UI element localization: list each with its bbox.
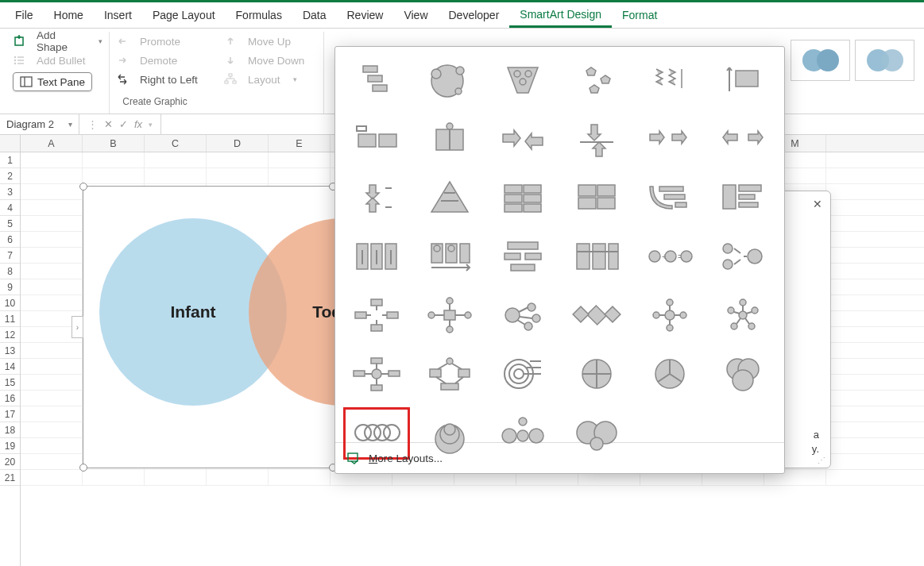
tab-view[interactable]: View bbox=[393, 4, 438, 26]
column-header[interactable]: A bbox=[21, 135, 83, 152]
select-all-corner[interactable] bbox=[0, 135, 20, 152]
group-shape: Add Shape ▾ Add Bullet Text Pane bbox=[6, 32, 110, 114]
row-header[interactable]: 14 bbox=[0, 359, 20, 375]
row-header[interactable]: 12 bbox=[0, 327, 20, 343]
layout-item[interactable] bbox=[416, 172, 483, 225]
row-header[interactable]: 17 bbox=[0, 406, 20, 422]
enter-icon[interactable]: ✓ bbox=[119, 118, 128, 130]
layout-item[interactable] bbox=[343, 114, 410, 166]
layout-item[interactable] bbox=[563, 114, 629, 166]
layout-item[interactable] bbox=[343, 55, 410, 107]
layout-item[interactable] bbox=[709, 114, 776, 166]
layout-item[interactable] bbox=[709, 348, 776, 401]
tab-page-layout[interactable]: Page Layout bbox=[142, 4, 226, 26]
layout-item[interactable] bbox=[709, 231, 776, 283]
add-shape-button[interactable]: Add Shape ▾ bbox=[13, 32, 102, 51]
layout-item[interactable] bbox=[563, 348, 629, 401]
layout-item[interactable] bbox=[416, 290, 483, 342]
tab-review[interactable]: Review bbox=[337, 4, 394, 26]
resize-handle[interactable] bbox=[79, 464, 87, 472]
row-header[interactable]: 18 bbox=[0, 422, 20, 438]
layout-item[interactable] bbox=[709, 172, 776, 225]
row-header[interactable]: 3 bbox=[0, 184, 20, 200]
svg-point-15 bbox=[817, 49, 839, 71]
close-icon[interactable]: ✕ bbox=[813, 198, 822, 210]
text-pane-button[interactable]: Text Pane bbox=[13, 72, 92, 91]
cancel-icon[interactable]: ✕ bbox=[104, 118, 113, 130]
tab-data[interactable]: Data bbox=[292, 4, 337, 26]
text-pane-toggle[interactable]: › bbox=[72, 316, 83, 338]
tab-home[interactable]: Home bbox=[44, 4, 94, 26]
rtl-button[interactable]: Right to Left bbox=[116, 70, 211, 89]
column-header[interactable]: E bbox=[269, 135, 331, 152]
row-header[interactable]: 10 bbox=[0, 295, 20, 311]
chevron-down-icon[interactable]: ▾ bbox=[68, 120, 72, 129]
tab-format[interactable]: Format bbox=[612, 4, 667, 26]
row-header[interactable]: 7 bbox=[0, 248, 20, 264]
svg-rect-13 bbox=[233, 81, 236, 83]
row-header[interactable]: 16 bbox=[0, 391, 20, 406]
row-header[interactable]: 4 bbox=[0, 200, 20, 216]
layout-item[interactable] bbox=[636, 348, 703, 401]
layout-item[interactable] bbox=[489, 55, 556, 107]
layout-item[interactable] bbox=[343, 290, 410, 342]
layout-item[interactable] bbox=[563, 231, 629, 283]
column-header[interactable]: C bbox=[145, 135, 207, 152]
layout-item[interactable] bbox=[489, 231, 556, 283]
layout-item[interactable] bbox=[343, 231, 410, 283]
layout-item[interactable] bbox=[489, 348, 556, 401]
layout-item[interactable] bbox=[489, 407, 556, 460]
layout-item[interactable] bbox=[489, 290, 556, 342]
tab-insert[interactable]: Insert bbox=[94, 4, 142, 26]
row-header[interactable]: 5 bbox=[0, 216, 20, 232]
add-bullet-button: Add Bullet bbox=[13, 51, 102, 70]
fx-icon[interactable]: fx bbox=[134, 118, 142, 130]
row-header[interactable]: 13 bbox=[0, 343, 20, 359]
layout-item[interactable] bbox=[489, 114, 556, 166]
svg-point-26 bbox=[525, 71, 532, 77]
formula-menu-icon[interactable]: ⋮ bbox=[87, 118, 98, 130]
layout-item[interactable] bbox=[416, 114, 483, 166]
row-header[interactable]: 11 bbox=[0, 311, 20, 327]
svg-rect-115 bbox=[371, 385, 382, 391]
layout-item[interactable] bbox=[416, 231, 483, 283]
layout-item[interactable] bbox=[343, 172, 410, 225]
layout-item[interactable] bbox=[636, 114, 703, 166]
tab-developer[interactable]: Developer bbox=[439, 4, 510, 26]
layout-item[interactable] bbox=[563, 172, 629, 225]
layout-item[interactable] bbox=[563, 290, 629, 342]
layout-item[interactable] bbox=[636, 55, 703, 107]
column-header[interactable]: D bbox=[207, 135, 269, 152]
style-thumb-2[interactable] bbox=[855, 40, 914, 81]
layout-item[interactable] bbox=[636, 172, 703, 225]
row-header[interactable]: 21 bbox=[0, 470, 20, 486]
layout-item[interactable] bbox=[563, 407, 629, 460]
svg-point-136 bbox=[384, 425, 400, 441]
chevron-down-icon[interactable]: ▾ bbox=[149, 121, 153, 129]
layout-item[interactable] bbox=[636, 290, 703, 342]
tab-formulas[interactable]: Formulas bbox=[226, 4, 292, 26]
resize-grip-icon[interactable]: ⋰ bbox=[818, 456, 825, 464]
row-header[interactable]: 19 bbox=[0, 438, 20, 454]
row-header[interactable]: 8 bbox=[0, 264, 20, 279]
row-header[interactable]: 2 bbox=[0, 168, 20, 184]
resize-handle[interactable] bbox=[79, 183, 87, 191]
row-header[interactable]: 9 bbox=[0, 279, 20, 295]
tab-file[interactable]: File bbox=[5, 4, 44, 26]
row-header[interactable]: 1 bbox=[0, 152, 20, 168]
layout-item[interactable] bbox=[489, 172, 556, 225]
layout-item[interactable] bbox=[563, 55, 629, 107]
tab-smartart-design[interactable]: SmartArt Design bbox=[509, 3, 612, 28]
row-header[interactable]: 15 bbox=[0, 375, 20, 391]
layout-item[interactable] bbox=[343, 348, 410, 401]
style-thumb-1[interactable] bbox=[791, 40, 850, 81]
layout-item[interactable]: += bbox=[636, 231, 703, 283]
layout-item[interactable] bbox=[709, 55, 776, 107]
layout-item[interactable] bbox=[709, 290, 776, 342]
layout-item[interactable] bbox=[416, 348, 483, 401]
row-header[interactable]: 20 bbox=[0, 454, 20, 470]
row-header[interactable]: 6 bbox=[0, 232, 20, 248]
name-box[interactable]: Diagram 2 ▾ bbox=[0, 114, 79, 134]
layout-item[interactable] bbox=[416, 55, 483, 107]
column-header[interactable]: B bbox=[83, 135, 145, 152]
